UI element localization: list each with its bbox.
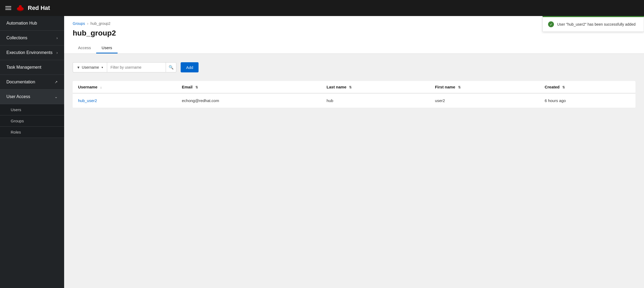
sidebar-sub-menu: Users Groups Roles [0,104,64,138]
col-header-first-name: First name ⇅ [430,81,540,93]
chevron-down-icon: ⌄ [55,95,58,99]
sort-icon-email[interactable]: ⇅ [195,85,198,89]
sidebar-item-roles[interactable]: Roles [0,127,64,138]
users-table: Username ↓ Email ⇅ Last name ⇅ [73,81,635,108]
cell-created: 6 hours ago [539,93,635,108]
toast-notification: ✓ User "hub_user2" has been successfully… [542,16,644,32]
breadcrumb-parent[interactable]: Groups [73,21,85,26]
cell-username: hub_user2 [73,93,176,108]
search-input[interactable] [107,62,166,72]
toast-message: User "hub_user2" has been successfully a… [557,22,635,26]
col-header-last-name: Last name ⇅ [321,81,430,93]
sidebar-item-users[interactable]: Users [0,104,64,115]
filter-dropdown-label: Username [82,65,99,69]
sort-icon-username[interactable]: ↓ [100,85,102,89]
navbar: Red Hat [0,0,644,16]
sort-icon-created[interactable]: ⇅ [562,85,565,89]
tab-bar: Access Users [73,43,635,53]
chevron-right-icon: › [56,50,58,55]
brand: Red Hat [15,3,50,13]
sort-icon-first-name[interactable]: ⇅ [458,85,461,89]
table-header-row: Username ↓ Email ⇅ Last name ⇅ [73,81,635,93]
col-header-username: Username ↓ [73,81,176,93]
main-content: ✓ User "hub_user2" has been successfully… [64,16,644,288]
tab-access[interactable]: Access [73,43,96,53]
sidebar-item-collections[interactable]: Collections › [0,31,64,45]
menu-toggle[interactable] [5,6,11,10]
filter-dropdown[interactable]: ▼ Username ▾ [73,62,107,72]
brand-name: Red Hat [28,5,50,11]
svg-point-1 [19,5,22,7]
toast-success-icon: ✓ [548,21,554,27]
sidebar: Automation Hub Collections › Execution E… [0,16,64,288]
username-link[interactable]: hub_user2 [78,98,97,103]
filter-bar: ▼ Username ▾ 🔍 Add [73,62,635,72]
sidebar-item-documentation[interactable]: Documentation ↗ [0,75,64,89]
tab-users[interactable]: Users [96,43,117,53]
col-header-email: Email ⇅ [176,81,321,93]
sidebar-item-task-management[interactable]: Task Management [0,60,64,75]
external-link-icon: ↗ [55,80,58,84]
layout: Automation Hub Collections › Execution E… [0,16,644,288]
filter-icon: ▼ [77,65,80,69]
search-button[interactable]: 🔍 [166,62,176,72]
add-button[interactable]: Add [181,62,199,72]
breadcrumb-separator: › [87,21,88,26]
cell-first-name: user2 [430,93,540,108]
breadcrumb-current: hub_group2 [91,21,111,26]
redhat-logo [15,3,25,13]
users-table-container: Username ↓ Email ⇅ Last name ⇅ [73,81,635,108]
col-header-created: Created ⇅ [539,81,635,93]
sidebar-item-execution-environments[interactable]: Execution Environments › [0,45,64,60]
sort-icon-last-name[interactable]: ⇅ [349,85,352,89]
table-row: hub_user2 echong@redhat.com hub user2 6 … [73,93,635,108]
sidebar-item-user-access[interactable]: User Access ⌄ [0,89,64,104]
cell-email: echong@redhat.com [176,93,321,108]
chevron-down-icon: ▾ [102,66,103,69]
sidebar-item-automation-hub[interactable]: Automation Hub [0,16,64,31]
search-icon: 🔍 [169,65,174,70]
cell-last-name: hub [321,93,430,108]
chevron-right-icon: › [56,36,58,40]
sidebar-item-groups[interactable]: Groups [0,115,64,127]
content-body: ▼ Username ▾ 🔍 Add Username [64,54,644,116]
